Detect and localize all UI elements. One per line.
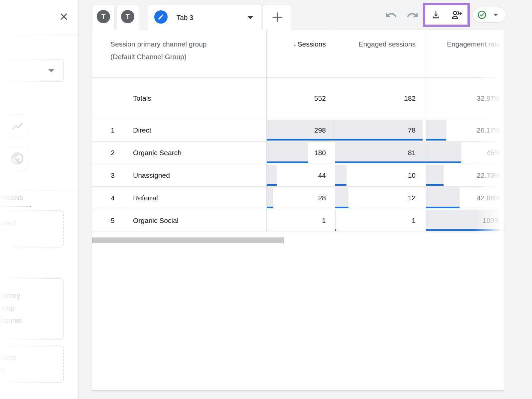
cell-value: 298	[266, 119, 326, 141]
person-add-icon	[451, 9, 463, 21]
row-channel-label: Unassigned	[133, 164, 170, 186]
chevron-down-icon	[247, 16, 253, 19]
undo-icon	[385, 9, 397, 21]
comparisons-underline	[0, 206, 31, 207]
cell-value: 78	[335, 119, 416, 141]
cell-value: 1	[266, 209, 326, 232]
totals-label: Totals	[133, 77, 151, 119]
row-channel-label: Referral	[133, 187, 158, 209]
totals-engagement-rate: 32.97%	[426, 77, 500, 119]
download-icon	[431, 10, 441, 20]
tab-collapsed-1[interactable]: T	[92, 4, 115, 30]
cell-value: 12	[335, 187, 416, 209]
settings-panel: RISONS elect rimary roup hannel elect n	[0, 0, 79, 399]
horizontal-scrollbar-thumb[interactable]	[92, 238, 284, 243]
dimension-select-placeholder: elect n	[0, 351, 16, 377]
chevron-down-icon	[493, 14, 498, 16]
tab-active[interactable]: Tab 3	[147, 4, 262, 30]
divider	[0, 190, 78, 190]
cell-value: 100%	[426, 209, 500, 232]
cell-value: 81	[335, 142, 416, 164]
cell-value: 44	[266, 164, 326, 186]
close-icon	[57, 9, 71, 24]
cell-value: 28	[266, 187, 326, 209]
cell-value: 180	[266, 142, 326, 164]
totals-engaged-sessions: 182	[335, 77, 416, 119]
tab-initial-badge: T	[97, 10, 110, 23]
table-row[interactable]: 2Organic Search1808145%	[92, 142, 504, 164]
rows-dimension-chip-text: rimary roup hannel	[0, 290, 22, 327]
highlight-annotation-box	[423, 3, 470, 27]
row-channel-label: Organic Social	[133, 209, 179, 232]
table-row[interactable]: 4Referral281242.86%	[92, 187, 504, 209]
pencil-icon	[154, 10, 168, 24]
share-person-add-button[interactable]	[451, 9, 463, 21]
sort-down-icon: ↓	[293, 41, 297, 48]
dimension-column-header[interactable]: Session primary channel group (Default C…	[110, 38, 207, 63]
cell-value: 22.73%	[426, 164, 500, 186]
engaged-sessions-column-header[interactable]: Engaged sessions	[335, 38, 416, 50]
redo-button[interactable]	[406, 9, 419, 21]
globe-icon	[10, 151, 25, 166]
engagement-rate-column-header[interactable]: Engagement rate	[426, 38, 500, 50]
download-button[interactable]	[431, 10, 441, 20]
row-rank: 5	[105, 209, 115, 232]
cell-value: 1	[335, 209, 416, 232]
undo-button[interactable]	[385, 9, 397, 21]
table-row[interactable]: 1Direct2987826.17%	[92, 119, 504, 142]
divider	[0, 35, 78, 35]
line-chart-button[interactable]	[5, 114, 29, 138]
column-divider	[266, 30, 267, 232]
cell-value: 42.86%	[426, 187, 500, 209]
active-tab-label: Tab 3	[177, 5, 193, 31]
totals-row: Totals 552 182 32.97%	[92, 77, 504, 119]
geo-map-button[interactable]	[5, 147, 29, 170]
row-rank: 4	[105, 187, 115, 209]
sessions-column-header[interactable]: ↓Sessions	[266, 38, 326, 51]
row-rank: 3	[105, 164, 115, 186]
table-row[interactable]: 3Unassigned441022.73%	[92, 164, 504, 187]
technique-dropdown[interactable]	[0, 59, 64, 82]
comparison-select-placeholder: elect	[0, 217, 16, 230]
row-channel-label: Organic Search	[133, 142, 182, 164]
totals-sessions: 552	[266, 77, 326, 119]
chevron-down-icon	[48, 69, 54, 72]
tab-collapsed-2[interactable]: T	[116, 4, 139, 30]
row-channel-label: Direct	[133, 119, 151, 141]
close-panel-button[interactable]	[57, 9, 71, 24]
step-complete-menu[interactable]	[472, 7, 506, 23]
line-chart-icon	[11, 120, 24, 133]
plus-icon	[270, 10, 284, 24]
ga4-exploration-screen: RISONS elect rimary roup hannel elect n …	[0, 0, 532, 399]
column-divider	[426, 30, 426, 232]
cell-value: 10	[335, 164, 416, 186]
row-rank: 2	[105, 142, 115, 164]
freeform-table-card: Session primary channel group (Default C…	[92, 30, 504, 391]
add-tab-button[interactable]	[263, 4, 292, 30]
comparisons-section-label: RISONS	[0, 195, 23, 202]
table-row[interactable]: 5Organic Social11100%	[92, 209, 504, 232]
cell-value: 26.17%	[426, 119, 500, 141]
cell-value: 45%	[426, 142, 500, 164]
row-rank: 1	[105, 119, 115, 141]
redo-icon	[406, 9, 419, 21]
check-circle-icon	[477, 10, 487, 20]
tab-initial-badge: T	[121, 10, 134, 23]
table-body: 1Direct2987826.17%2Organic Search1808145…	[92, 119, 504, 232]
column-divider	[335, 30, 335, 232]
